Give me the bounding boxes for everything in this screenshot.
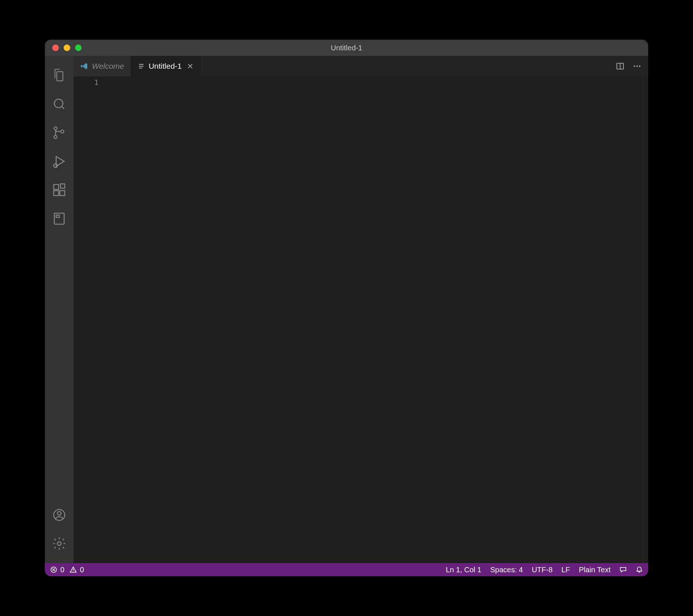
- svg-rect-7: [60, 191, 65, 196]
- tab-bar: Welcome Untitled-1: [74, 56, 648, 76]
- search-icon[interactable]: [45, 90, 74, 118]
- window-controls: [45, 44, 82, 51]
- more-actions-icon[interactable]: [631, 60, 643, 72]
- vscode-window: Untitled-1: [45, 40, 648, 576]
- run-debug-icon[interactable]: [45, 147, 74, 176]
- activity-bar: [45, 56, 74, 563]
- svg-rect-6: [54, 191, 58, 196]
- svg-rect-8: [60, 184, 65, 188]
- svg-rect-5: [54, 185, 58, 189]
- status-indentation[interactable]: Spaces: 4: [490, 566, 523, 574]
- feedback-icon[interactable]: [619, 566, 627, 573]
- titlebar: Untitled-1: [45, 40, 648, 56]
- editor-actions: [609, 56, 648, 76]
- error-count: 0: [60, 566, 64, 574]
- close-tab-icon[interactable]: [187, 63, 193, 69]
- warning-icon: [70, 566, 77, 573]
- warning-count: 0: [80, 566, 84, 574]
- svg-point-2: [54, 136, 57, 139]
- svg-point-15: [634, 65, 635, 67]
- tab-label: Untitled-1: [149, 62, 182, 71]
- extensions-icon[interactable]: [45, 176, 74, 204]
- workbench-body: Welcome Untitled-1: [45, 56, 648, 563]
- svg-point-12: [57, 512, 61, 515]
- minimize-window-button[interactable]: [64, 44, 70, 51]
- remote-explorer-icon[interactable]: [45, 204, 74, 233]
- tab-untitled-1[interactable]: Untitled-1: [131, 56, 200, 76]
- status-problems[interactable]: 0 0: [50, 566, 84, 574]
- status-language-mode[interactable]: Plain Text: [579, 566, 611, 574]
- svg-point-1: [54, 127, 57, 130]
- status-encoding[interactable]: UTF-8: [532, 566, 553, 574]
- editor-area[interactable]: 1: [74, 76, 648, 563]
- svg-rect-10: [56, 215, 59, 218]
- source-control-icon[interactable]: [45, 118, 74, 147]
- svg-point-16: [636, 65, 638, 67]
- editor-content[interactable]: [109, 76, 643, 563]
- tab-welcome[interactable]: Welcome: [74, 56, 131, 76]
- settings-gear-icon[interactable]: [45, 529, 74, 558]
- status-eol[interactable]: LF: [561, 566, 570, 574]
- tab-label: Welcome: [92, 62, 124, 71]
- editor-group: Welcome Untitled-1: [74, 56, 648, 563]
- svg-point-3: [61, 130, 64, 133]
- explorer-icon[interactable]: [45, 61, 74, 90]
- status-bar: 0 0 Ln 1, Col 1 Spaces: 4 UTF-8 LF Plain…: [45, 563, 648, 576]
- split-editor-icon[interactable]: [614, 60, 626, 72]
- line-number: 1: [74, 78, 99, 87]
- error-icon: [50, 566, 57, 573]
- file-lines-icon: [138, 62, 145, 70]
- vscode-logo-icon: [80, 62, 88, 70]
- notifications-bell-icon[interactable]: [636, 566, 643, 573]
- minimap[interactable]: [643, 76, 648, 563]
- svg-point-13: [57, 542, 61, 545]
- close-window-button[interactable]: [52, 44, 59, 51]
- line-number-gutter: 1: [74, 76, 109, 563]
- accounts-icon[interactable]: [45, 501, 74, 529]
- maximize-window-button[interactable]: [75, 44, 82, 51]
- status-cursor-position[interactable]: Ln 1, Col 1: [446, 566, 481, 574]
- window-title: Untitled-1: [331, 44, 362, 52]
- svg-point-0: [54, 99, 63, 108]
- svg-point-17: [639, 65, 640, 67]
